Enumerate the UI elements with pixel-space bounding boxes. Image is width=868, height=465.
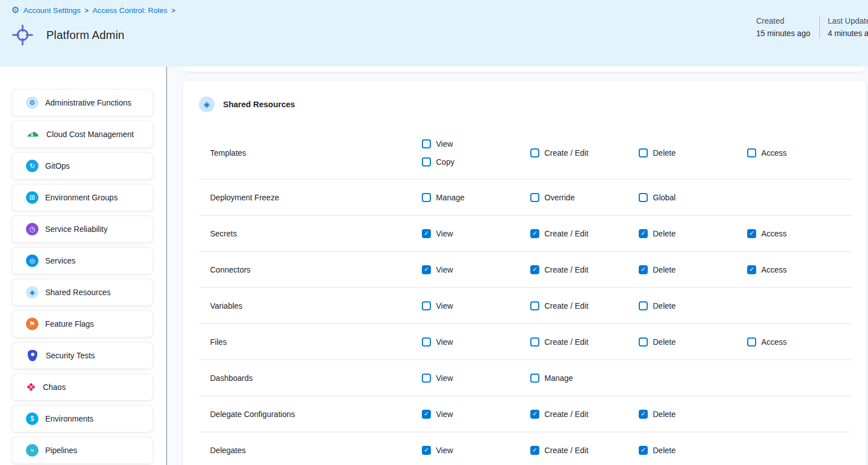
checkbox-variables-delete[interactable]: Delete bbox=[639, 299, 675, 313]
checkbox-unchecked-icon[interactable] bbox=[747, 337, 756, 346]
sidebar-item-administrative-functions[interactable]: ⚙Administrative Functions bbox=[12, 89, 153, 116]
permission-cell: ✓Delete bbox=[639, 444, 747, 457]
checkbox-templates-access[interactable]: Access bbox=[747, 146, 787, 160]
checkbox-checked-icon[interactable]: ✓ bbox=[422, 410, 431, 419]
checkbox-checked-icon[interactable]: ✓ bbox=[639, 446, 648, 455]
checkbox-unchecked-icon[interactable] bbox=[422, 193, 431, 202]
service-reliability-icon: ◷ bbox=[26, 223, 38, 235]
checkbox-files-view[interactable]: View bbox=[422, 335, 453, 349]
permission-cell: Create / Edit bbox=[530, 299, 639, 313]
checkbox-connectors-access[interactable]: ✓Access bbox=[747, 263, 787, 277]
checkbox-templates-create-edit[interactable]: Create / Edit bbox=[530, 146, 588, 160]
checkbox-connectors-view[interactable]: ✓View bbox=[422, 263, 453, 277]
resource-label: Templates bbox=[199, 148, 422, 157]
checkbox-files-access[interactable]: Access bbox=[747, 335, 787, 349]
checkbox-checked-icon[interactable]: ✓ bbox=[639, 410, 648, 419]
checkbox-secrets-view[interactable]: ✓View bbox=[422, 227, 453, 240]
breadcrumb: ⚙ Account Settings > Access Control: Rol… bbox=[11, 6, 176, 15]
checkbox-unchecked-icon[interactable] bbox=[422, 337, 431, 346]
checkbox-dashboards-view[interactable]: View bbox=[422, 371, 453, 385]
checkbox-variables-view[interactable]: View bbox=[422, 299, 453, 313]
checkbox-unchecked-icon[interactable] bbox=[422, 301, 431, 310]
checkbox-unchecked-icon[interactable] bbox=[639, 193, 648, 202]
checkbox-deployment-freeze-override[interactable]: Override bbox=[530, 191, 575, 204]
sidebar-item-security-tests[interactable]: Security Tests bbox=[12, 342, 153, 369]
sidebar-item-gitops[interactable]: ↻GitOps bbox=[12, 152, 153, 179]
checkbox-delegate-configurations-create-edit[interactable]: ✓Create / Edit bbox=[530, 407, 588, 421]
breadcrumb-account-settings[interactable]: Account Settings bbox=[23, 6, 80, 15]
checkbox-checked-icon[interactable]: ✓ bbox=[639, 265, 648, 274]
checkbox-unchecked-icon[interactable] bbox=[639, 301, 648, 310]
checkbox-secrets-create-edit[interactable]: ✓Create / Edit bbox=[530, 227, 588, 240]
sidebar-item-feature-flags[interactable]: ⚑Feature Flags bbox=[12, 310, 153, 337]
sidebar-item-pipelines[interactable]: ≈Pipelines bbox=[12, 437, 153, 464]
checkbox-delegates-view[interactable]: ✓View bbox=[422, 444, 453, 457]
sidebar-item-cloud-cost-management[interactable]: ☁$Cloud Cost Management bbox=[12, 121, 153, 148]
checkbox-unchecked-icon[interactable] bbox=[530, 337, 539, 346]
checkbox-unchecked-icon[interactable] bbox=[530, 301, 539, 310]
checkbox-templates-view[interactable]: View bbox=[422, 137, 453, 151]
feature-flags-icon: ⚑ bbox=[26, 318, 38, 330]
checkbox-checked-icon[interactable]: ✓ bbox=[747, 265, 756, 274]
checkbox-checked-icon[interactable]: ✓ bbox=[422, 265, 431, 274]
checkbox-checked-icon[interactable]: ✓ bbox=[422, 229, 431, 238]
checkbox-checked-icon[interactable]: ✓ bbox=[747, 229, 756, 238]
sidebar-item-chaos[interactable]: ❖Chaos bbox=[12, 374, 153, 401]
checkbox-unchecked-icon[interactable] bbox=[639, 337, 648, 346]
checkbox-checked-icon[interactable]: ✓ bbox=[530, 446, 539, 455]
checkbox-delegates-delete[interactable]: ✓Delete bbox=[639, 444, 675, 457]
checkbox-unchecked-icon[interactable] bbox=[530, 374, 539, 383]
checkbox-templates-delete[interactable]: Delete bbox=[639, 146, 675, 160]
checkbox-delegates-create-edit[interactable]: ✓Create / Edit bbox=[530, 444, 588, 457]
checkbox-unchecked-icon[interactable] bbox=[639, 148, 648, 157]
last-updated-label: Last Updated bbox=[828, 15, 868, 27]
sidebar-item-label: Feature Flags bbox=[45, 319, 94, 328]
sidebar-item-label: GitOps bbox=[45, 161, 70, 170]
resource-label: Deployment Freeze bbox=[199, 193, 422, 202]
permission-cell: Create / Edit bbox=[530, 335, 639, 349]
sidebar-item-environment-groups[interactable]: ⊞Environment Groups bbox=[12, 184, 153, 211]
resource-label: Connectors bbox=[199, 265, 422, 274]
breadcrumb-access-control-roles[interactable]: Access Control: Roles bbox=[93, 6, 168, 15]
sidebar-item-service-reliability[interactable]: ◷Service Reliability bbox=[12, 216, 153, 243]
checkbox-checked-icon[interactable]: ✓ bbox=[530, 229, 539, 238]
checkbox-variables-create-edit[interactable]: Create / Edit bbox=[530, 299, 588, 313]
checkbox-connectors-delete[interactable]: ✓Delete bbox=[639, 263, 675, 277]
checkbox-secrets-delete[interactable]: ✓Delete bbox=[639, 227, 675, 240]
permission-row-connectors: Connectors✓View✓Create / Edit✓Delete✓Acc… bbox=[199, 252, 852, 288]
checkbox-connectors-create-edit[interactable]: ✓Create / Edit bbox=[530, 263, 588, 277]
checkbox-files-delete[interactable]: Delete bbox=[639, 335, 675, 349]
checkbox-unchecked-icon[interactable] bbox=[422, 157, 431, 166]
checkbox-unchecked-icon[interactable] bbox=[422, 374, 431, 383]
checkbox-files-create-edit[interactable]: Create / Edit bbox=[530, 335, 588, 349]
checkbox-templates-copy[interactable]: Copy bbox=[422, 155, 455, 169]
sidebar-item-services[interactable]: ◎Services bbox=[12, 247, 153, 274]
checkbox-checked-icon[interactable]: ✓ bbox=[530, 265, 539, 274]
permission-cell: Delete bbox=[639, 335, 747, 349]
checkbox-secrets-access[interactable]: ✓Access bbox=[747, 227, 787, 240]
permission-label: Create / Edit bbox=[544, 446, 588, 455]
checkbox-unchecked-icon[interactable] bbox=[530, 193, 539, 202]
checkbox-checked-icon[interactable]: ✓ bbox=[422, 446, 431, 455]
permission-cell: ViewCopy bbox=[422, 137, 530, 169]
checkbox-checked-icon[interactable]: ✓ bbox=[639, 229, 648, 238]
sidebar-item-label: Cloud Cost Management bbox=[46, 130, 134, 139]
checkbox-unchecked-icon[interactable] bbox=[422, 139, 431, 148]
permission-cell: View bbox=[422, 299, 530, 313]
sidebar-item-shared-resources[interactable]: ◈Shared Resources bbox=[12, 279, 153, 306]
checkbox-deployment-freeze-global[interactable]: Global bbox=[639, 191, 675, 204]
checkbox-unchecked-icon[interactable] bbox=[747, 148, 756, 157]
checkbox-deployment-freeze-manage[interactable]: Manage bbox=[422, 191, 465, 204]
checkbox-unchecked-icon[interactable] bbox=[530, 148, 539, 157]
permission-label: Copy bbox=[436, 157, 455, 166]
last-updated-block: Last Updated 4 minutes ago bbox=[828, 15, 868, 40]
permission-row-secrets: Secrets✓View✓Create / Edit✓Delete✓Access bbox=[199, 216, 852, 252]
sidebar-item-label: Chaos bbox=[43, 383, 66, 392]
sidebar-item-environments[interactable]: $Environments bbox=[12, 405, 153, 432]
checkbox-checked-icon[interactable]: ✓ bbox=[530, 410, 539, 419]
checkbox-delegate-configurations-view[interactable]: ✓View bbox=[422, 407, 453, 421]
checkbox-delegate-configurations-delete[interactable]: ✓Delete bbox=[639, 407, 675, 421]
title-row: Platform Admin bbox=[11, 24, 124, 46]
resource-label: Variables bbox=[199, 301, 422, 310]
checkbox-dashboards-manage[interactable]: Manage bbox=[530, 371, 573, 385]
